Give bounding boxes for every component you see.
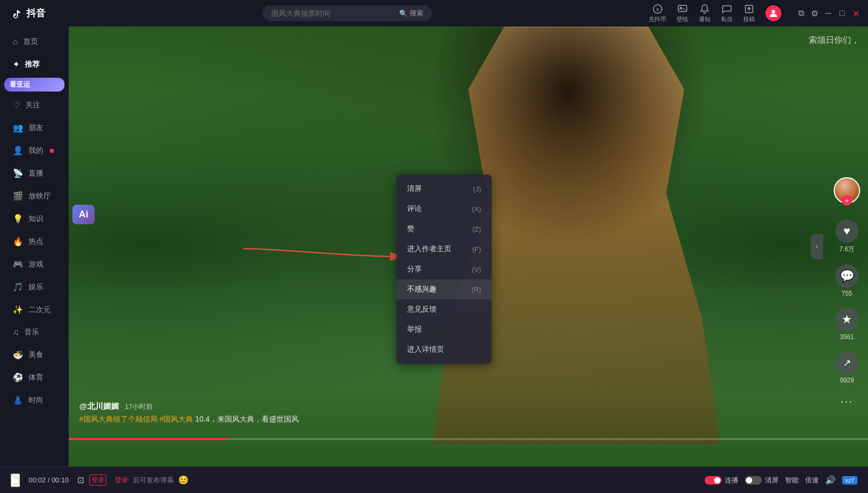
sidebar-label-mine: 我的: [29, 146, 43, 156]
mine-icon: 👤: [13, 145, 23, 156]
live-icon: 📡: [13, 168, 23, 178]
coin-icon: ¥: [652, 4, 663, 14]
mine-badge: [50, 149, 54, 153]
video-description: 10.4，来国风大典，看盛世国风: [195, 415, 298, 423]
share-count: 9929: [840, 377, 854, 384]
hot-icon: 🔥: [13, 236, 23, 246]
message-icon-btn[interactable]: 私信: [721, 4, 733, 23]
collapse-sidebar-button[interactable]: ›: [810, 234, 823, 259]
comment-label: 评论: [407, 204, 422, 214]
share-action[interactable]: ↗ 9929: [835, 351, 858, 384]
speed-button[interactable]: 倍速: [805, 476, 819, 485]
context-menu-item-like[interactable]: 赞 (Z): [396, 219, 492, 239]
close-button[interactable]: ✕: [852, 10, 860, 17]
context-menu-item-report[interactable]: 举报: [396, 319, 492, 340]
download-badge[interactable]: xz7: [842, 476, 857, 485]
upload-icon-btn[interactable]: 投稿: [743, 4, 755, 23]
connected-toggle-switch[interactable]: [705, 476, 722, 485]
settings-button[interactable]: ⚙: [811, 10, 818, 17]
total-time: 00:10: [51, 476, 69, 484]
video-bottom-info: @北川媚媚 · 17小时前 #国风大典组了个颠信局 #国风大典 10.4，来国风…: [79, 401, 815, 424]
clear-toggle[interactable]: 清屏: [745, 476, 779, 485]
sidebar-item-cinema[interactable]: 🎬 放映厅: [4, 186, 64, 206]
sidebar-label-knowledge: 知识: [29, 214, 43, 224]
comment-action[interactable]: 💬 755: [835, 264, 858, 297]
sidebar-item-food[interactable]: 🍜 美食: [4, 344, 64, 365]
play-button[interactable]: ▶: [11, 473, 20, 487]
sidebar-item-recommend[interactable]: ✦ 推荐: [4, 54, 64, 75]
author-avatar-container[interactable]: +: [834, 177, 860, 204]
context-menu-item-feedback[interactable]: 意见反馈: [396, 299, 492, 319]
gif-icon[interactable]: 登录: [89, 474, 106, 486]
recharge-icon-btn[interactable]: ¥ 充抖币: [649, 4, 666, 23]
video-area[interactable]: 索颉日你们， Ai 清屏 (J) 评论 (X) 赞 (Z) 进入作者主页 (F)…: [69, 26, 868, 467]
sidebar-item-anime[interactable]: ✨ 二次元: [4, 299, 64, 320]
chevron-right-icon: ›: [816, 243, 818, 250]
connected-label: 连播: [725, 476, 738, 485]
search-input[interactable]: [271, 9, 395, 17]
sidebar-item-asia-games[interactable]: 看亚运: [4, 78, 64, 92]
sidebar-item-knowledge[interactable]: 💡 知识: [4, 208, 64, 229]
screenshot-icon[interactable]: ⊡: [77, 475, 84, 485]
sidebar-item-friends[interactable]: 👥 朋友: [4, 117, 64, 138]
pip-button[interactable]: ⧉: [797, 10, 805, 17]
notification-icon-btn[interactable]: 通知: [699, 4, 710, 23]
current-time: 00:02: [29, 476, 46, 484]
search-bar[interactable]: 🔍 搜索: [263, 5, 432, 21]
fullscreen-label: 清屏: [407, 184, 422, 194]
sidebar-label-games: 游戏: [29, 260, 43, 269]
like-shortcut: (Z): [472, 225, 481, 233]
cinema-icon: 🎬: [13, 191, 23, 201]
context-menu-item-share[interactable]: 分享 (V): [396, 259, 492, 279]
sidebar-label-follow: 关注: [25, 101, 40, 110]
video-time: · 17小时前: [121, 403, 153, 410]
smart-button[interactable]: 智能: [785, 476, 799, 485]
sidebar-item-games[interactable]: 🎮 游戏: [4, 254, 64, 275]
feedback-label: 意见反馈: [407, 305, 437, 314]
title-bar-left: 抖音: [8, 6, 45, 21]
context-menu-item-author-page[interactable]: 进入作者主页 (F): [396, 239, 492, 259]
connected-toggle[interactable]: 连播: [705, 476, 738, 485]
sidebar-label-fashion: 时尚: [29, 396, 43, 405]
like-action[interactable]: ♥ 7.6万: [835, 220, 858, 254]
search-button[interactable]: 🔍 搜索: [399, 8, 423, 18]
clear-toggle-switch[interactable]: [745, 476, 762, 485]
minimize-button[interactable]: ─: [825, 10, 832, 17]
sidebar-item-live[interactable]: 📡 直播: [4, 163, 64, 184]
svg-text:¥: ¥: [655, 7, 659, 12]
favorite-action[interactable]: ★ 3561: [835, 308, 858, 341]
wallpaper-icon-btn[interactable]: 壁纸: [677, 4, 688, 23]
video-author: @北川媚媚 · 17小时前: [79, 401, 815, 412]
context-menu-item-detail[interactable]: 进入详情页: [396, 340, 492, 360]
entertainment-icon: 🎵: [13, 282, 23, 292]
context-menu-item-not-interested[interactable]: 不感兴趣 (R): [396, 279, 492, 299]
sidebar-item-entertainment[interactable]: 🎵 娱乐: [4, 277, 64, 297]
more-icon: ···: [841, 395, 853, 408]
sidebar-item-mine[interactable]: 👤 我的: [4, 140, 64, 161]
context-menu-item-comment[interactable]: 评论 (X): [396, 199, 492, 219]
sidebar-label-cinema: 放映厅: [29, 191, 51, 201]
user-avatar[interactable]: [765, 5, 781, 21]
sidebar-item-home[interactable]: ⌂ 首页: [4, 32, 64, 52]
context-menu-item-fullscreen[interactable]: 清屏 (J): [396, 179, 492, 199]
sidebar-item-hot[interactable]: 🔥 热点: [4, 231, 64, 252]
progress-bar[interactable]: [69, 438, 868, 440]
svg-rect-0: [8, 6, 23, 21]
games-icon: 🎮: [13, 259, 23, 269]
volume-icon[interactable]: 🔊: [825, 475, 836, 485]
sidebar-item-music[interactable]: ♫ 音乐: [4, 322, 64, 342]
wallpaper-label: 壁纸: [677, 15, 688, 23]
danmaku-login-link[interactable]: 登录: [115, 476, 128, 485]
clear-label: 清屏: [765, 476, 779, 485]
sidebar-item-sports[interactable]: ⚽ 体育: [4, 367, 64, 388]
more-action[interactable]: ···: [841, 395, 853, 408]
danmaku-after-text: 后可发布弹幕: [133, 476, 174, 485]
emoji-button[interactable]: 😊: [178, 475, 189, 485]
maximize-button[interactable]: □: [838, 10, 846, 17]
sidebar-item-fashion[interactable]: 👗 时尚: [4, 390, 64, 410]
sidebar-item-follow[interactable]: ♡ 关注: [4, 95, 64, 115]
ai-badge[interactable]: Ai: [72, 205, 95, 224]
star-icon: ★: [835, 308, 858, 331]
follow-plus-badge: +: [842, 195, 852, 206]
context-menu: 清屏 (J) 评论 (X) 赞 (Z) 进入作者主页 (F) 分享 (V) 不感…: [396, 175, 492, 364]
